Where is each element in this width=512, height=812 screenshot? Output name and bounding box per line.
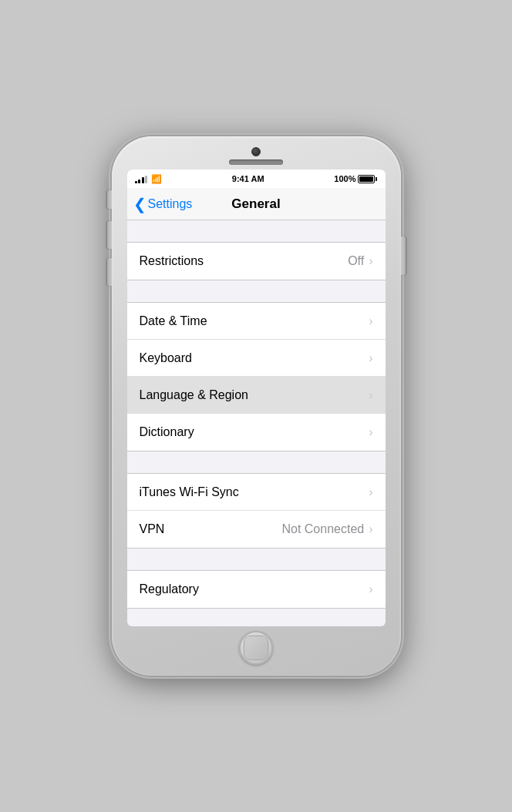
phone-screen: 📶 9:41 AM 100% ❮ Settings General [127, 169, 386, 626]
vpn-right: Not Connected › [281, 522, 372, 536]
battery-body [358, 175, 375, 183]
phone-frame: 📶 9:41 AM 100% ❮ Settings General [112, 136, 401, 676]
keyboard-item[interactable]: Keyboard › [127, 340, 386, 377]
home-button-inner [244, 636, 268, 660]
home-button[interactable] [239, 631, 273, 665]
signal-bar-3 [142, 177, 144, 183]
page-title: General [231, 196, 280, 212]
section-gap-5 [127, 609, 386, 626]
language-region-right: › [369, 388, 372, 402]
section-gap-top [127, 220, 386, 242]
restrictions-item[interactable]: Restrictions Off › [127, 243, 386, 280]
signal-bar-2 [138, 180, 140, 183]
status-right: 100% [334, 174, 377, 183]
dictionary-label: Dictionary [140, 425, 194, 439]
dictionary-chevron: › [369, 425, 372, 439]
back-chevron-icon: ❮ [133, 196, 147, 212]
datetime-language-group: Date & Time › Keyboard › Language & Regi… [127, 302, 386, 451]
earpiece-speaker [229, 159, 283, 165]
language-region-item[interactable]: Language & Region › [127, 377, 386, 414]
signal-bar-1 [135, 181, 137, 183]
datetime-chevron: › [369, 314, 372, 328]
itunes-wifi-sync-item[interactable]: iTunes Wi-Fi Sync › [127, 474, 386, 511]
restrictions-label: Restrictions [140, 254, 204, 268]
itunes-wifi-sync-right: › [369, 485, 372, 499]
status-left: 📶 [135, 174, 163, 184]
restrictions-group: Restrictions Off › [127, 242, 386, 280]
battery-percent: 100% [334, 174, 355, 183]
itunes-vpn-group: iTunes Wi-Fi Sync › VPN Not Connected › [127, 473, 386, 549]
volume-up-button[interactable] [107, 221, 112, 249]
wifi-icon: 📶 [151, 174, 162, 184]
regulatory-group: Regulatory › [127, 570, 386, 609]
datetime-item[interactable]: Date & Time › [127, 303, 386, 340]
back-button-label: Settings [148, 197, 193, 211]
status-bar: 📶 9:41 AM 100% [127, 169, 386, 188]
datetime-label: Date & Time [140, 314, 207, 328]
dictionary-right: › [369, 425, 372, 439]
keyboard-label: Keyboard [140, 351, 193, 365]
keyboard-right: › [369, 351, 372, 365]
vpn-value: Not Connected [281, 522, 364, 536]
regulatory-item[interactable]: Regulatory › [127, 571, 386, 608]
itunes-wifi-sync-label: iTunes Wi-Fi Sync [140, 485, 239, 499]
battery-fill [359, 176, 373, 182]
datetime-right: › [369, 314, 372, 328]
regulatory-right: › [369, 582, 372, 596]
mute-switch[interactable] [107, 190, 112, 209]
language-region-label: Language & Region [140, 388, 248, 402]
settings-list: Restrictions Off › Date & Time › [127, 220, 386, 626]
front-camera [251, 147, 261, 156]
battery-icon [358, 175, 377, 183]
phone-bottom [239, 631, 273, 676]
status-time: 9:41 AM [232, 174, 264, 183]
dictionary-item[interactable]: Dictionary › [127, 414, 386, 451]
language-region-chevron: › [369, 388, 372, 402]
section-gap-4 [127, 549, 386, 570]
keyboard-chevron: › [369, 351, 372, 365]
restrictions-chevron: › [369, 254, 372, 268]
volume-down-button[interactable] [107, 258, 112, 286]
vpn-label: VPN [140, 522, 165, 536]
navigation-bar: ❮ Settings General [127, 188, 386, 220]
restrictions-right: Off › [348, 254, 372, 268]
restrictions-value: Off [348, 254, 364, 268]
battery-tip [376, 177, 377, 181]
signal-bar-4 [145, 176, 147, 183]
vpn-item[interactable]: VPN Not Connected › [127, 511, 386, 548]
section-gap-2 [127, 280, 386, 302]
regulatory-label: Regulatory [140, 582, 199, 596]
section-gap-3 [127, 451, 386, 473]
signal-bars [135, 174, 148, 183]
itunes-wifi-sync-chevron: › [369, 485, 372, 499]
vpn-chevron: › [369, 522, 372, 536]
regulatory-chevron: › [369, 582, 372, 596]
power-button[interactable] [401, 237, 406, 275]
back-button[interactable]: ❮ Settings [133, 196, 193, 212]
phone-top [112, 136, 401, 165]
